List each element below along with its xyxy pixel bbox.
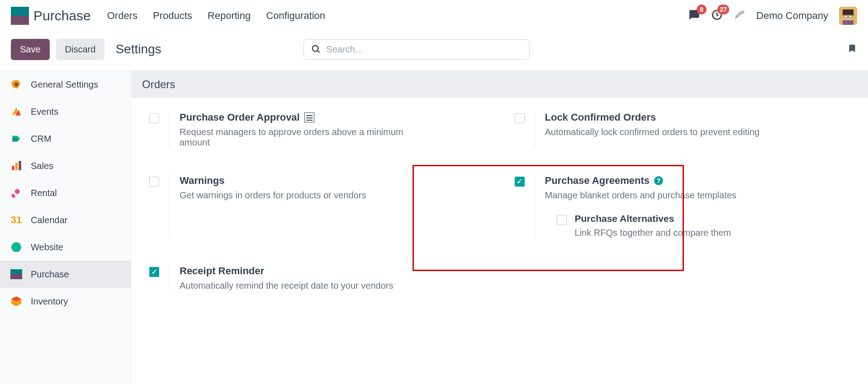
sidebar-item-label: CRM — [31, 134, 52, 144]
sidebar-item-purchase[interactable]: Purchase — [0, 261, 131, 288]
checkbox-purchase-alternatives[interactable] — [557, 215, 567, 225]
sidebar-item-label: Website — [31, 242, 63, 253]
setting-title: Receipt Reminder — [180, 265, 264, 277]
svg-rect-5 — [849, 15, 852, 18]
svg-point-7 — [312, 46, 318, 52]
checkbox-lock-confirmed[interactable] — [515, 113, 525, 123]
sidebar-item-label: Calendar — [31, 215, 67, 225]
messages-badge: 8 — [697, 5, 707, 14]
sidebar-item-label: Purchase — [31, 269, 69, 280]
setting-desc: Request managers to approve orders above… — [180, 127, 415, 148]
website-icon — [10, 241, 23, 253]
svg-rect-13 — [11, 193, 15, 198]
setting-title: Purchase Order Approval — [180, 112, 300, 123]
sidebar-item-label: General Settings — [31, 80, 98, 90]
section-header: Orders — [131, 71, 868, 98]
svg-rect-10 — [12, 166, 14, 170]
activities-badge: 27 — [717, 5, 729, 14]
action-bar: Save Discard Settings — [0, 32, 868, 70]
nav-menu: Orders Products Reporting Configuration — [107, 10, 325, 22]
rental-icon — [10, 187, 23, 199]
sidebar-item-crm[interactable]: CRM — [0, 125, 131, 152]
setting-desc: Manage blanket orders and purchase templ… — [545, 190, 737, 201]
setting-lock-confirmed: Lock Confirmed Orders Automatically lock… — [515, 112, 858, 148]
crm-icon — [10, 132, 23, 145]
nav-configuration[interactable]: Configuration — [266, 10, 325, 22]
save-button[interactable]: Save — [11, 39, 50, 60]
app-logo — [11, 7, 29, 25]
sidebar: General Settings Events CRM Sales Rental… — [0, 71, 131, 384]
search-icon — [311, 44, 321, 54]
page-title: Settings — [115, 42, 161, 56]
help-icon[interactable]: ? — [654, 176, 663, 185]
svg-rect-4 — [844, 15, 848, 18]
search-box[interactable] — [304, 39, 530, 60]
setting-title: Lock Confirmed Orders — [545, 112, 656, 123]
sidebar-item-events[interactable]: Events — [0, 98, 131, 125]
svg-line-8 — [317, 51, 319, 53]
sidebar-item-sales[interactable]: Sales — [0, 152, 131, 179]
main: General Settings Events CRM Sales Rental… — [0, 71, 868, 384]
events-icon — [10, 105, 23, 118]
top-nav: Purchase Orders Products Reporting Confi… — [0, 0, 868, 32]
discard-button[interactable]: Discard — [56, 39, 105, 60]
activities-icon[interactable]: 27 — [711, 9, 723, 23]
setting-desc: Get warnings in orders for products or v… — [180, 190, 366, 201]
sidebar-item-label: Events — [31, 107, 58, 117]
setting-title: Warnings — [180, 175, 224, 187]
checkbox-purchase-agreements[interactable] — [515, 177, 525, 187]
nav-products[interactable]: Products — [153, 10, 192, 22]
app-title: Purchase — [33, 8, 91, 23]
sidebar-item-calendar[interactable]: 31 Calendar — [0, 206, 131, 234]
sidebar-item-label: Sales — [31, 161, 53, 171]
setting-warnings: Warnings Get warnings in orders for prod… — [149, 175, 492, 238]
nav-orders[interactable]: Orders — [107, 10, 138, 22]
checkbox-po-approval[interactable] — [149, 113, 159, 123]
bookmark-icon[interactable] — [847, 42, 857, 56]
setting-desc: Automatically remind the receipt date to… — [180, 281, 393, 291]
sidebar-item-website[interactable]: Website — [0, 234, 131, 261]
sidebar-item-label: Inventory — [31, 296, 68, 307]
setting-receipt-reminder: Receipt Reminder Automatically remind th… — [149, 265, 492, 291]
content: Orders Purchase Order Approval Request m… — [131, 71, 868, 384]
svg-point-9 — [14, 83, 19, 87]
messages-icon[interactable]: 8 — [688, 9, 700, 23]
nav-reporting[interactable]: Reporting — [208, 10, 251, 22]
sub-setting-purchase-alternatives: Purchase Alternatives Link RFQs together… — [557, 213, 737, 238]
search-input[interactable] — [327, 44, 522, 55]
sidebar-item-general[interactable]: General Settings — [0, 71, 131, 98]
svg-rect-6 — [843, 20, 854, 25]
setting-po-approval: Purchase Order Approval Request managers… — [149, 112, 492, 148]
setting-title: Purchase Agreements — [545, 175, 650, 187]
svg-rect-12 — [19, 161, 21, 170]
svg-rect-11 — [15, 163, 18, 170]
enterprise-icon — [304, 112, 314, 122]
purchase-icon — [10, 268, 23, 281]
sales-icon — [10, 159, 23, 172]
inventory-icon — [10, 295, 23, 308]
avatar[interactable] — [839, 7, 857, 25]
sidebar-item-label: Rental — [31, 188, 57, 198]
svg-rect-2 — [843, 9, 854, 16]
checkbox-receipt-reminder[interactable] — [149, 267, 159, 277]
gear-icon — [10, 78, 23, 91]
checkbox-warnings[interactable] — [149, 177, 159, 187]
sidebar-item-inventory[interactable]: Inventory — [0, 288, 131, 315]
setting-title: Purchase Alternatives — [575, 213, 674, 224]
sidebar-item-rental[interactable]: Rental — [0, 179, 131, 206]
tools-icon[interactable] — [734, 9, 745, 23]
setting-desc: Automatically lock confirmed orders to p… — [545, 127, 760, 137]
setting-purchase-agreements: Purchase Agreements ? Manage blanket ord… — [515, 175, 858, 238]
calendar-icon: 31 — [10, 214, 23, 226]
company-name[interactable]: Demo Company — [756, 10, 828, 22]
setting-desc: Link RFQs together and compare them — [575, 228, 731, 238]
